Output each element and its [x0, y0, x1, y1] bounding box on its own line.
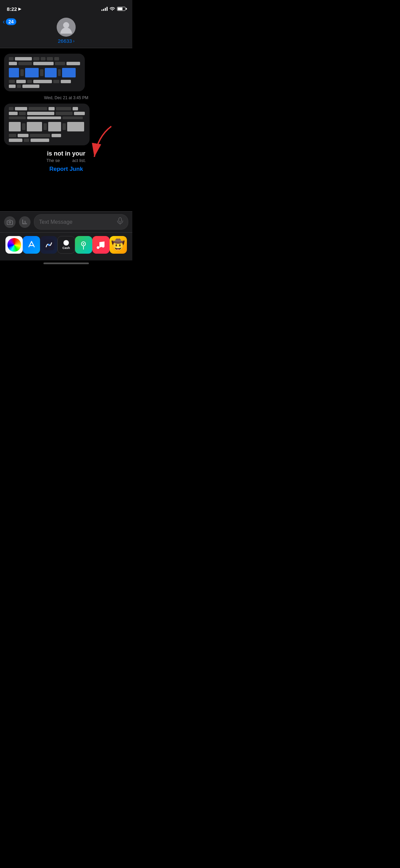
dock-music[interactable] — [92, 236, 110, 254]
back-badge-count: 24 — [6, 18, 17, 25]
signal-strength — [101, 7, 108, 11]
red-arrow — [81, 123, 121, 167]
svg-text:A: A — [24, 220, 26, 224]
dock-findmy[interactable] — [75, 236, 92, 254]
junk-notice-line2: The se — [46, 158, 60, 163]
svg-point-2 — [9, 221, 11, 223]
message-area: Wed, Dec 21 at 3:45 PM — [0, 48, 132, 211]
message-input-bar: A Text Message — [0, 211, 132, 232]
contact-name[interactable]: 26633 › — [58, 38, 74, 44]
location-icon: ▶ — [18, 7, 21, 11]
svg-point-0 — [63, 22, 69, 28]
dock-memoji[interactable]: 🤠 — [110, 236, 127, 254]
svg-rect-4 — [119, 218, 121, 222]
dock-cash[interactable]: Cash — [57, 236, 75, 254]
home-indicator — [0, 260, 132, 267]
input-placeholder: Text Message — [39, 219, 73, 225]
nav-bar: ‹ 24 26633 › — [0, 15, 132, 48]
chevron-right-icon: › — [73, 38, 74, 43]
dock-appstore[interactable] — [23, 236, 40, 254]
message-timestamp: Wed, Dec 21 at 3:45 PM — [4, 95, 128, 100]
status-time: 8:22 ▶ — [7, 6, 21, 12]
status-icons — [101, 6, 126, 12]
dock: Cash 🤠 — [0, 232, 132, 260]
home-bar — [43, 263, 89, 264]
dock-soundhound[interactable] — [40, 236, 57, 254]
junk-notice-line1: is not in your — [47, 150, 85, 157]
back-button[interactable]: ‹ 24 — [3, 18, 16, 25]
text-message-input[interactable]: Text Message — [34, 214, 128, 230]
mic-icon[interactable] — [117, 217, 123, 227]
status-bar: 8:22 ▶ — [0, 0, 132, 15]
svg-point-9 — [83, 243, 84, 245]
junk-notice-area: is not in your The se act list. Report J… — [4, 150, 128, 173]
contact-avatar — [57, 18, 76, 37]
wifi-icon — [110, 6, 115, 12]
battery-icon — [117, 7, 126, 11]
message-bubble-1 — [4, 54, 128, 91]
apps-button[interactable]: A — [19, 216, 31, 228]
svg-point-7 — [48, 244, 50, 246]
dock-photos[interactable] — [5, 236, 23, 254]
camera-button[interactable] — [4, 216, 16, 228]
